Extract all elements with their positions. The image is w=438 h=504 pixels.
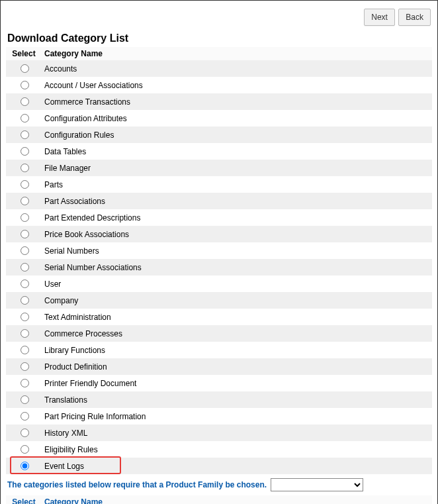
category-radio[interactable] [21,213,29,222]
category-name-cell: Account / User Associations [42,77,432,93]
col-header-category: Category Name [42,47,432,60]
category-radio[interactable] [21,329,29,338]
page-container: Next Back Download Category List Select … [0,0,438,504]
table-row: Part Associations [6,193,432,209]
page-title: Download Category List [7,32,432,44]
category-name-cell: Translations [42,391,432,408]
table-row: Text Administration [6,309,432,325]
table-row: File Manager [6,160,432,176]
category-name-cell: Company [42,292,432,309]
category-radio[interactable] [21,197,29,205]
category-radio[interactable] [21,180,29,189]
category-radio[interactable] [21,362,29,371]
category-name-cell: Configuration Rules [42,126,432,143]
select-cell [6,60,42,77]
table-row: Data Tables [6,143,432,160]
category-radio[interactable] [21,147,29,156]
select-cell [6,93,42,110]
category-name-cell: Parts [42,176,432,193]
select-cell [6,358,42,375]
select-cell [6,391,42,408]
category-radio[interactable] [21,346,29,354]
category-name-cell: Price Book Associations [42,226,432,242]
category-radio[interactable] [21,164,29,172]
select-cell [6,126,42,143]
category-radio[interactable] [21,81,29,89]
table-row: Accounts [6,60,432,77]
category-name-cell: Text Administration [42,309,432,325]
table-row: Translations [6,391,432,408]
category-radio[interactable] [21,246,29,255]
category-name-cell: Configuration Attributes [42,110,432,126]
col2-header-category: Category Name [42,495,432,504]
category-radio[interactable] [21,462,29,470]
back-button[interactable]: Back [398,9,431,26]
col2-header-select: Select [6,495,42,504]
category-radio[interactable] [21,263,29,272]
select-cell [6,209,42,226]
category-name-cell: Part Extended Descriptions [42,209,432,226]
table-row: Part Pricing Rule Information [6,408,432,425]
category-radio[interactable] [21,296,29,305]
select-cell [6,408,42,425]
table-row: Parts [6,176,432,193]
category-radio[interactable] [21,395,29,404]
select-cell [6,176,42,193]
category-name-cell: Library Functions [42,342,432,358]
select-cell [6,77,42,93]
table-row: Part Extended Descriptions [6,209,432,226]
category-radio[interactable] [21,130,29,139]
select-cell [6,226,42,242]
table-row: Configuration Rules [6,126,432,143]
category-name-cell: Event Logs [42,458,432,474]
category-radio[interactable] [21,230,29,238]
table-row: User [6,276,432,292]
select-cell [6,425,42,441]
category-name-cell: User [42,276,432,292]
select-cell [6,276,42,292]
select-cell [6,441,42,458]
select-cell [6,110,42,126]
category-radio[interactable] [21,379,29,387]
select-cell [6,292,42,309]
category-name-cell: Printer Friendly Document [42,375,432,391]
category-radio[interactable] [21,445,29,454]
category-name-cell: Commerce Transactions [42,93,432,110]
select-cell [6,309,42,325]
select-cell [6,160,42,176]
category-radio[interactable] [21,64,29,73]
category-name-cell: Part Pricing Rule Information [42,408,432,425]
category-name-cell: Commerce Processes [42,325,432,342]
top-button-bar: Next Back [6,6,432,32]
category-name-cell: Serial Number Associations [42,259,432,276]
table-row: Product Definition [6,358,432,375]
select-cell [6,143,42,160]
table-row: Commerce Processes [6,325,432,342]
category-radio[interactable] [21,428,29,437]
table-row: Configuration Attributes [6,110,432,126]
select-cell [6,458,42,474]
table-row: Commerce Transactions [6,93,432,110]
select-cell [6,259,42,276]
category-radio[interactable] [21,313,29,321]
select-cell [6,242,42,259]
next-button[interactable]: Next [364,9,395,26]
category-name-cell: File Manager [42,160,432,176]
product-category-table: Select Category Name Product LineModelCa… [6,495,432,504]
category-radio[interactable] [21,97,29,106]
table-row: Eligibility Rules [6,441,432,458]
note-text: The categories listed below require that… [7,480,267,489]
category-radio[interactable] [21,114,29,123]
table-row: Account / User Associations [6,77,432,93]
category-name-cell: Part Associations [42,193,432,209]
category-radio[interactable] [21,279,29,288]
category-radio[interactable] [21,412,29,421]
product-family-select[interactable] [271,478,363,491]
category-table: Select Category Name AccountsAccount / U… [6,47,432,474]
table-row: Company [6,292,432,309]
table-row: Event Logs [6,458,432,474]
table-row: History XML [6,425,432,441]
product-family-note: The categories listed below require that… [6,474,432,495]
table-row: Serial Numbers [6,242,432,259]
category-name-cell: Eligibility Rules [42,441,432,458]
